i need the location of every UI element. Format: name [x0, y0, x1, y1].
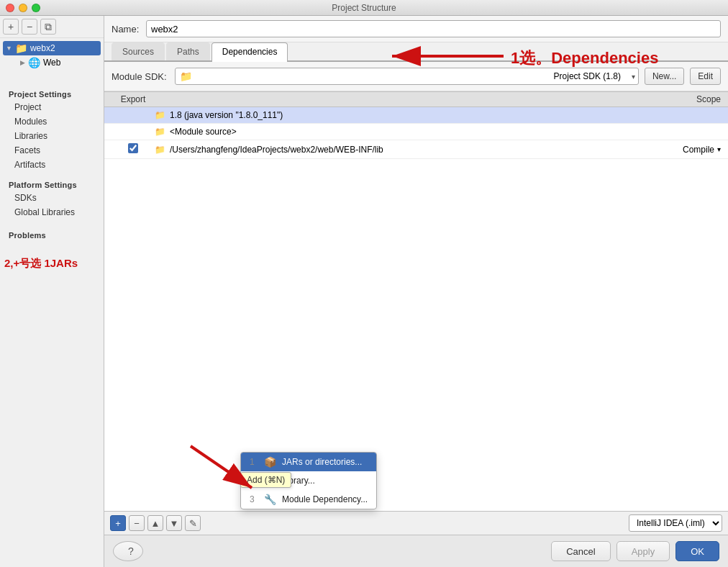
project-settings-label: Project Settings [3, 87, 101, 100]
annotation-jars: 2,+号选 1JARs [0, 241, 104, 273]
platform-settings-label: Platform Settings [3, 178, 101, 191]
bottom-buttons: ? Cancel Apply OK [104, 535, 728, 567]
scope-cell-lib: Compile ▾ [649, 145, 721, 155]
minus-icon: − [27, 21, 32, 32]
web-folder-icon: 🌐 [28, 57, 40, 68]
dropdown-item-jars[interactable]: 1 📦 JARs or directories... [241, 453, 376, 471]
remove-dep-icon: − [134, 518, 140, 529]
tree-expand-icon: ▼ [6, 45, 12, 52]
dep-bottom-toolbar: + − ▲ ▼ ✎ IntelliJ IDEA (.iml) [104, 511, 728, 535]
close-button[interactable] [6, 4, 14, 12]
copy-icon: ⧉ [45, 21, 52, 33]
scope-dropdown-icon[interactable]: ▾ [717, 145, 721, 153]
edit-dep-button[interactable]: ✎ [185, 515, 201, 531]
sidebar-item-facets[interactable]: Facets [3, 143, 101, 158]
sidebar-item-global-libraries[interactable]: Global Libraries [3, 205, 101, 219]
title-bar: Project Structure [0, 0, 728, 16]
sdk-label: Module SDK: [112, 71, 169, 82]
tree-item-webx2[interactable]: ▼ 📁 webx2 [3, 41, 101, 55]
sdk-folder-icon: 📁 [155, 110, 165, 120]
add-dep-icon: + [115, 518, 121, 529]
dd-icon-module: 🔧 [264, 494, 276, 505]
sdk-name-text: 1.8 (java version "1.8.0_111") [170, 110, 283, 120]
dep-row-module-source[interactable]: 📁 <Module source> [104, 124, 728, 140]
tooltip-add: Add (⌘N) [240, 472, 291, 488]
name-label: Name: [112, 24, 140, 35]
remove-module-button[interactable]: − [22, 19, 37, 35]
move-down-button[interactable]: ▼ [166, 515, 182, 531]
sidebar-item-libraries[interactable]: Libraries [3, 129, 101, 143]
apply-button[interactable]: Apply [616, 541, 670, 561]
tabs-row: Sources Paths Dependencies [104, 42, 728, 62]
sidebar-item-sdks[interactable]: SDKs [3, 191, 101, 205]
sidebar-nav: Project Settings Project Modules Librari… [0, 87, 104, 241]
maximize-button[interactable] [32, 4, 40, 12]
name-col-header [155, 94, 649, 104]
module-tree: ▼ 📁 webx2 ▶ 🌐 Web [0, 38, 104, 73]
add-module-button[interactable]: + [3, 19, 19, 35]
remove-dep-button[interactable]: − [129, 515, 145, 531]
move-up-button[interactable]: ▲ [147, 515, 163, 531]
module-folder-icon: 📁 [155, 127, 165, 137]
tree-item-label: webx2 [30, 43, 55, 53]
dd-num-3: 3 [250, 494, 258, 504]
tab-dependencies[interactable]: Dependencies [211, 42, 288, 62]
edit-icon: ✎ [189, 518, 197, 529]
scope-value: Compile [683, 145, 714, 155]
tab-paths[interactable]: Paths [166, 42, 210, 60]
sdk-value: Project SDK (1.8) [554, 71, 621, 81]
chevron-down-icon: ▾ [632, 73, 635, 81]
tree-item-web-label: Web [43, 58, 60, 68]
dd-label-module-dep: Module Dependency... [282, 494, 368, 504]
dd-label-jars: JARs or directories... [282, 457, 362, 467]
scope-col-header: Scope [649, 94, 721, 104]
cancel-button[interactable]: Cancel [551, 541, 610, 561]
module-source-text: <Module source> [170, 127, 237, 137]
sdk-row: Module SDK: 📁 Project SDK (1.8) ▾ New...… [104, 62, 728, 91]
tree-children: ▶ 🌐 Web [3, 55, 101, 70]
copy-module-button[interactable]: ⧉ [40, 19, 56, 35]
dropdown-item-module-dep[interactable]: 3 🔧 Module Dependency... [241, 490, 376, 509]
add-icon: + [8, 21, 14, 32]
window-controls[interactable] [6, 4, 40, 12]
up-icon: ▲ [151, 518, 160, 529]
minimize-button[interactable] [19, 4, 27, 12]
dep-table-header: Export Scope [104, 91, 728, 107]
new-sdk-button[interactable]: New... [645, 68, 684, 85]
lib-path-text: /Users/zhangfeng/IdeaProjects/webx2/web/… [170, 145, 383, 155]
sidebar-item-project[interactable]: Project [3, 100, 101, 114]
export-col-header: Export [112, 94, 155, 104]
right-panel: Name: Sources Paths Dependencies Module … [104, 16, 728, 567]
sdk-select-box[interactable]: 📁 Project SDK (1.8) ▾ [175, 68, 639, 85]
name-input[interactable] [146, 20, 721, 37]
tree-leaf-icon: ▶ [20, 59, 25, 66]
name-cell-sdk: 📁 1.8 (java version "1.8.0_111") [155, 110, 649, 120]
left-panel: + − ⧉ ▼ 📁 webx2 ▶ 🌐 [0, 16, 104, 567]
down-icon: ▼ [170, 518, 179, 529]
name-row: Name: [104, 16, 728, 42]
name-cell-lib: 📁 /Users/zhangfeng/IdeaProjects/webx2/we… [155, 145, 649, 155]
dd-num-1: 1 [250, 457, 258, 467]
dd-icon-jars: 📦 [264, 456, 276, 468]
sdk-folder-icon: 📁 [180, 71, 192, 82]
sidebar-item-modules[interactable]: Modules [3, 114, 101, 129]
dep-rows: 📁 1.8 (java version "1.8.0_111") 📁 <Modu… [104, 107, 728, 511]
format-select[interactable]: IntelliJ IDEA (.iml) [629, 514, 722, 532]
problems-label: Problems [3, 228, 101, 241]
export-cell-lib [112, 143, 155, 155]
ok-button[interactable]: OK [675, 541, 719, 561]
sdk-select-wrapper: 📁 Project SDK (1.8) ▾ [175, 68, 639, 85]
export-checkbox-lib[interactable] [128, 143, 138, 153]
dep-row-lib[interactable]: 📁 /Users/zhangfeng/IdeaProjects/webx2/we… [104, 140, 728, 159]
folder-icon: 📁 [15, 42, 27, 54]
help-button[interactable]: ? [113, 541, 143, 561]
add-dep-button[interactable]: + [110, 515, 126, 531]
left-toolbar: + − ⧉ [0, 16, 104, 38]
name-cell-module: 📁 <Module source> [155, 127, 649, 137]
lib-folder-icon: 📁 [155, 145, 165, 155]
tree-item-web[interactable]: ▶ 🌐 Web [17, 55, 101, 70]
edit-sdk-button[interactable]: Edit [690, 68, 721, 85]
sidebar-item-artifacts[interactable]: Artifacts [3, 158, 101, 172]
tab-sources[interactable]: Sources [112, 42, 165, 60]
dep-row-sdk[interactable]: 📁 1.8 (java version "1.8.0_111") [104, 107, 728, 124]
